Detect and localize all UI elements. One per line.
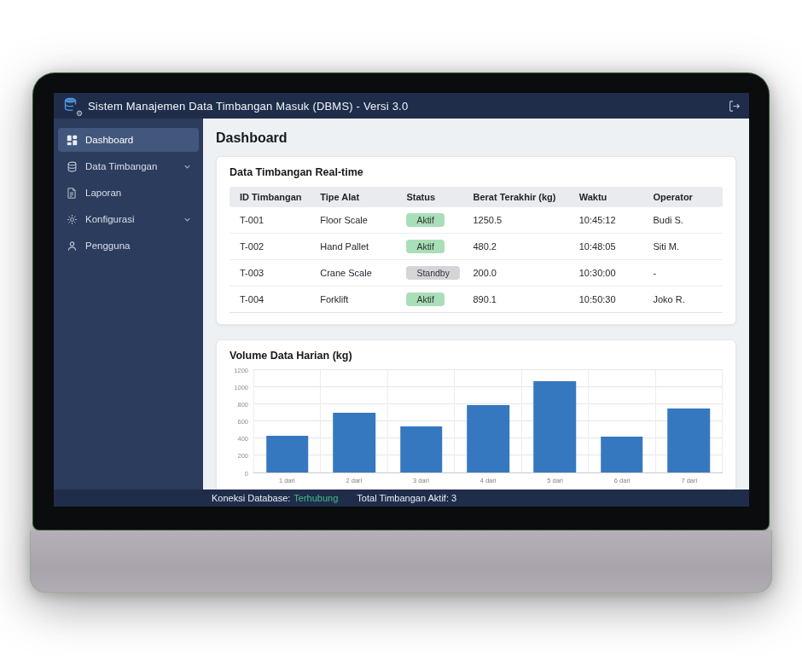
sidebar-item-label: Laporan: [85, 188, 121, 198]
chevron-down-icon: [183, 216, 191, 223]
y-tick-label: 0: [245, 470, 248, 477]
db-connection-label: Koneksi Database:: [212, 493, 290, 503]
cell-berat: 200.0: [466, 260, 572, 287]
chart-bar: [266, 436, 309, 472]
status-bar: Koneksi Database: Terhubung Total Timban…: [54, 490, 749, 507]
daily-volume-card: Volume Data Harian (kg) 0200400600800100…: [216, 339, 736, 490]
column-header: Tipe Alat: [313, 187, 399, 207]
cell-tipe: Floor Scale: [313, 207, 399, 234]
sidebar-item-label: Data Timbangan: [85, 161, 157, 171]
sidebar: Dashboard Data Timbangan Laporan Konfigu…: [54, 119, 203, 490]
x-tick-label: 3 dari: [387, 477, 455, 484]
cell-tipe: Crane Scale: [313, 260, 399, 287]
status-badge: Aktif: [406, 240, 444, 253]
chart-bars: [253, 370, 723, 472]
chevron-down-icon: [183, 163, 191, 171]
cell-operator: Budi S.: [646, 207, 723, 234]
chart-slot: [253, 370, 321, 472]
y-tick-label: 800: [237, 402, 248, 408]
bar-chart: 020040060080010001200 1 dari2 dari3 dari…: [230, 370, 723, 484]
total-active-label: Total Timbangan Aktif: 3: [357, 493, 456, 503]
cell-waktu: 10:30:00: [572, 260, 647, 287]
cell-id: T-003: [230, 260, 313, 287]
chart-slot: [522, 370, 589, 472]
realtime-data-card: Data Timbangan Real-time ID TimbanganTip…: [216, 156, 736, 325]
chart-bar: [333, 413, 375, 472]
app-window: ⚙ Sistem Manajemen Data Timbangan Masuk …: [54, 93, 749, 507]
y-tick-label: 400: [237, 436, 248, 443]
x-tick-label: 4 dari: [455, 477, 522, 484]
chart-slot: [656, 370, 723, 472]
chart-slot: [589, 370, 655, 472]
document-icon: [66, 188, 78, 199]
sidebar-item-dashboard[interactable]: Dashboard: [58, 128, 199, 152]
x-tick-label: 7 dari: [655, 477, 723, 484]
sidebar-item-label: Pengguna: [85, 240, 130, 251]
user-icon: [66, 240, 78, 252]
cell-id: T-001: [230, 207, 313, 234]
cell-status: Standby: [399, 260, 466, 287]
chart-slot: [388, 370, 455, 472]
column-header: Waktu: [572, 187, 647, 207]
table-body: T-001Floor ScaleAktif1250.510:45:12Budi …: [230, 207, 723, 313]
x-tick-label: 6 dari: [589, 477, 656, 484]
cell-id: T-002: [230, 234, 313, 260]
page-title: Dashboard: [216, 130, 736, 146]
chart-bar: [534, 381, 577, 472]
chart-slot: [321, 370, 387, 472]
status-badge: Standby: [406, 266, 460, 280]
table-row: T-003Crane ScaleStandby200.010:30:00-: [230, 260, 723, 287]
window-title: Sistem Manajemen Data Timbangan Masuk (D…: [88, 100, 408, 113]
title-bar: ⚙ Sistem Manajemen Data Timbangan Masuk …: [54, 93, 749, 119]
chart-title: Volume Data Harian (kg): [230, 350, 723, 362]
table-row: T-001Floor ScaleAktif1250.510:45:12Budi …: [230, 207, 723, 234]
table-row: T-002Hand PalletAktif480.210:48:05Siti M…: [230, 234, 723, 260]
sidebar-item-pengguna[interactable]: Pengguna: [58, 234, 199, 258]
x-tick-label: 1 dari: [253, 477, 321, 484]
chart-bar: [668, 408, 711, 473]
status-badge: Aktif: [406, 213, 444, 227]
database-icon: [66, 161, 78, 172]
table-header-row: ID TimbanganTipe AlatStatusBerat Terakhi…: [230, 187, 723, 207]
sidebar-item-label: Konfigurasi: [85, 214, 135, 224]
sidebar-item-data-timbangan[interactable]: Data Timbangan: [58, 154, 199, 178]
sidebar-item-laporan[interactable]: Laporan: [58, 181, 199, 205]
x-tick-label: 2 dari: [321, 477, 388, 484]
chart-bar: [601, 437, 643, 472]
cell-berat: 480.2: [466, 234, 572, 260]
cell-berat: 890.1: [466, 287, 572, 313]
y-tick-label: 200: [237, 453, 248, 460]
main-content: Dashboard Data Timbangan Real-time ID Ti…: [203, 119, 749, 490]
y-tick-label: 600: [237, 419, 248, 426]
cell-waktu: 10:45:12: [572, 207, 647, 234]
column-header: Operator: [646, 187, 723, 207]
cell-status: Aktif: [399, 234, 466, 260]
monitor-bezel: ⚙ Sistem Manajemen Data Timbangan Masuk …: [32, 72, 770, 530]
cell-id: T-004: [230, 287, 313, 313]
sidebar-item-label: Dashboard: [85, 135, 133, 145]
chart-x-axis: 1 dari2 dari3 dari4 dari5 dari6 dari7 da…: [253, 477, 723, 484]
logout-icon[interactable]: [728, 100, 741, 113]
cell-status: Aktif: [399, 207, 466, 234]
column-header: ID Timbangan: [230, 187, 313, 207]
gear-icon: ⚙: [76, 110, 83, 118]
database-gear-icon: ⚙: [62, 96, 81, 115]
realtime-table: ID TimbanganTipe AlatStatusBerat Terakhi…: [230, 187, 723, 313]
cell-operator: -: [646, 260, 723, 287]
chart-plot-area: [253, 370, 723, 473]
chart-y-axis: 020040060080010001200: [230, 370, 253, 473]
monitor-base: [30, 530, 772, 593]
cell-status: Aktif: [399, 287, 466, 313]
column-header: Berat Terakhir (kg): [466, 187, 572, 207]
cell-operator: Joko R.: [646, 287, 723, 313]
sidebar-item-konfigurasi[interactable]: Konfigurasi: [58, 207, 199, 231]
y-tick-label: 1000: [234, 384, 248, 391]
cell-waktu: 10:50:30: [572, 287, 647, 313]
chart-slot: [455, 370, 521, 472]
cell-operator: Siti M.: [646, 234, 723, 260]
column-header: Status: [399, 187, 466, 207]
cell-tipe: Forklift: [313, 287, 399, 313]
chart-bar: [467, 405, 509, 473]
db-connection-value: Terhubung: [293, 493, 338, 503]
cell-waktu: 10:48:05: [572, 234, 647, 260]
